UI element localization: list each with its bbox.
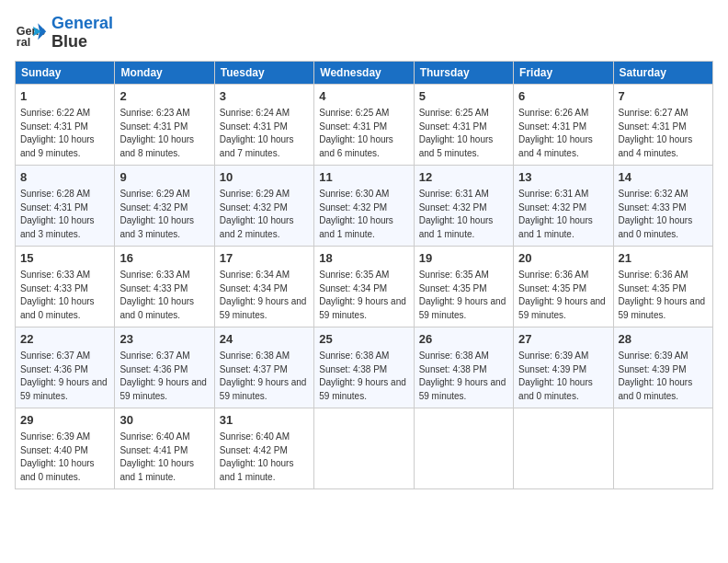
day-info: Sunrise: 6:39 AMSunset: 4:40 PMDaylight:…: [20, 431, 95, 482]
day-number: 6: [518, 88, 608, 105]
calendar-cell: 5 Sunrise: 6:25 AMSunset: 4:31 PMDayligh…: [414, 84, 513, 165]
day-number: 28: [619, 331, 708, 348]
day-number: 21: [619, 250, 708, 267]
logo-text: GeneralBlue: [51, 15, 113, 52]
day-info: Sunrise: 6:30 AMSunset: 4:32 PMDaylight:…: [319, 189, 393, 239]
day-number: 31: [220, 412, 309, 429]
calendar-cell: 11 Sunrise: 6:30 AMSunset: 4:32 PMDaylig…: [314, 165, 414, 246]
calendar-cell: 4 Sunrise: 6:25 AMSunset: 4:31 PMDayligh…: [314, 84, 414, 165]
day-info: Sunrise: 6:40 AMSunset: 4:41 PMDaylight:…: [119, 431, 194, 482]
day-info: Sunrise: 6:35 AMSunset: 4:35 PMDaylight:…: [419, 270, 506, 320]
day-number: 19: [419, 250, 508, 267]
weekday-header-tuesday: Tuesday: [214, 61, 313, 84]
calendar-cell: [414, 408, 513, 488]
day-info: Sunrise: 6:36 AMSunset: 4:35 PMDaylight:…: [619, 270, 706, 320]
weekday-header-friday: Friday: [514, 61, 613, 84]
page-header: Gene ral GeneralBlue: [15, 15, 713, 52]
day-number: 27: [518, 331, 608, 348]
calendar-cell: 29 Sunrise: 6:39 AMSunset: 4:40 PMDaylig…: [16, 408, 115, 488]
day-number: 8: [20, 169, 109, 186]
day-info: Sunrise: 6:38 AMSunset: 4:38 PMDaylight:…: [419, 350, 506, 401]
day-number: 9: [119, 169, 209, 186]
day-number: 25: [319, 331, 408, 348]
calendar-cell: [514, 408, 613, 488]
calendar-cell: 16 Sunrise: 6:33 AMSunset: 4:33 PMDaylig…: [115, 246, 214, 327]
day-info: Sunrise: 6:29 AMSunset: 4:32 PMDaylight:…: [220, 189, 294, 239]
day-info: Sunrise: 6:24 AMSunset: 4:31 PMDaylight:…: [220, 108, 294, 158]
day-number: 23: [119, 331, 209, 348]
day-info: Sunrise: 6:35 AMSunset: 4:34 PMDaylight:…: [319, 270, 406, 320]
day-number: 18: [319, 250, 408, 267]
calendar-cell: 26 Sunrise: 6:38 AMSunset: 4:38 PMDaylig…: [414, 327, 513, 408]
day-info: Sunrise: 6:37 AMSunset: 4:36 PMDaylight:…: [119, 350, 207, 401]
day-info: Sunrise: 6:33 AMSunset: 4:33 PMDaylight:…: [20, 270, 95, 320]
calendar-cell: 13 Sunrise: 6:31 AMSunset: 4:32 PMDaylig…: [514, 165, 613, 246]
day-info: Sunrise: 6:34 AMSunset: 4:34 PMDaylight:…: [220, 270, 307, 320]
day-info: Sunrise: 6:38 AMSunset: 4:37 PMDaylight:…: [220, 350, 307, 401]
day-number: 4: [319, 88, 408, 105]
day-number: 10: [220, 169, 309, 186]
week-row-5: 29 Sunrise: 6:39 AMSunset: 4:40 PMDaylig…: [16, 408, 713, 488]
logo-icon: Gene ral: [15, 17, 48, 50]
day-info: Sunrise: 6:31 AMSunset: 4:32 PMDaylight:…: [419, 189, 494, 239]
calendar-cell: 22 Sunrise: 6:37 AMSunset: 4:36 PMDaylig…: [16, 327, 115, 408]
calendar-cell: 7 Sunrise: 6:27 AMSunset: 4:31 PMDayligh…: [613, 84, 712, 165]
day-info: Sunrise: 6:29 AMSunset: 4:32 PMDaylight:…: [119, 189, 194, 239]
week-row-4: 22 Sunrise: 6:37 AMSunset: 4:36 PMDaylig…: [16, 327, 713, 408]
calendar-cell: 2 Sunrise: 6:23 AMSunset: 4:31 PMDayligh…: [115, 84, 214, 165]
weekday-header-thursday: Thursday: [414, 61, 513, 84]
calendar-cell: 3 Sunrise: 6:24 AMSunset: 4:31 PMDayligh…: [214, 84, 313, 165]
day-info: Sunrise: 6:25 AMSunset: 4:31 PMDaylight:…: [319, 108, 393, 158]
day-info: Sunrise: 6:27 AMSunset: 4:31 PMDaylight:…: [619, 108, 693, 158]
calendar-cell: 31 Sunrise: 6:40 AMSunset: 4:42 PMDaylig…: [214, 408, 313, 488]
day-info: Sunrise: 6:36 AMSunset: 4:35 PMDaylight:…: [518, 270, 606, 320]
week-row-2: 8 Sunrise: 6:28 AMSunset: 4:31 PMDayligh…: [16, 165, 713, 246]
weekday-header-monday: Monday: [115, 61, 214, 84]
week-row-1: 1 Sunrise: 6:22 AMSunset: 4:31 PMDayligh…: [16, 84, 713, 165]
calendar-cell: 28 Sunrise: 6:39 AMSunset: 4:39 PMDaylig…: [613, 327, 712, 408]
day-info: Sunrise: 6:25 AMSunset: 4:31 PMDaylight:…: [419, 108, 494, 158]
day-number: 7: [619, 88, 708, 105]
day-number: 13: [518, 169, 608, 186]
calendar-cell: 20 Sunrise: 6:36 AMSunset: 4:35 PMDaylig…: [514, 246, 613, 327]
day-info: Sunrise: 6:26 AMSunset: 4:31 PMDaylight:…: [518, 108, 593, 158]
calendar-cell: 15 Sunrise: 6:33 AMSunset: 4:33 PMDaylig…: [16, 246, 115, 327]
calendar-cell: 24 Sunrise: 6:38 AMSunset: 4:37 PMDaylig…: [214, 327, 313, 408]
day-number: 20: [518, 250, 608, 267]
calendar-cell: 8 Sunrise: 6:28 AMSunset: 4:31 PMDayligh…: [16, 165, 115, 246]
day-number: 15: [20, 250, 109, 267]
calendar-cell: 27 Sunrise: 6:39 AMSunset: 4:39 PMDaylig…: [514, 327, 613, 408]
calendar-cell: [613, 408, 712, 488]
weekday-header-saturday: Saturday: [613, 61, 712, 84]
weekday-header-sunday: Sunday: [16, 61, 115, 84]
calendar-cell: 12 Sunrise: 6:31 AMSunset: 4:32 PMDaylig…: [414, 165, 513, 246]
calendar-cell: 10 Sunrise: 6:29 AMSunset: 4:32 PMDaylig…: [214, 165, 313, 246]
week-row-3: 15 Sunrise: 6:33 AMSunset: 4:33 PMDaylig…: [16, 246, 713, 327]
day-number: 22: [20, 331, 109, 348]
day-number: 30: [119, 412, 209, 429]
calendar-cell: 14 Sunrise: 6:32 AMSunset: 4:33 PMDaylig…: [613, 165, 712, 246]
day-info: Sunrise: 6:33 AMSunset: 4:33 PMDaylight:…: [119, 270, 194, 320]
calendar-cell: 23 Sunrise: 6:37 AMSunset: 4:36 PMDaylig…: [115, 327, 214, 408]
calendar-cell: 19 Sunrise: 6:35 AMSunset: 4:35 PMDaylig…: [414, 246, 513, 327]
day-number: 29: [20, 412, 109, 429]
day-info: Sunrise: 6:37 AMSunset: 4:36 PMDaylight:…: [20, 350, 108, 401]
day-number: 1: [20, 88, 109, 105]
day-info: Sunrise: 6:28 AMSunset: 4:31 PMDaylight:…: [20, 189, 95, 239]
day-number: 14: [619, 169, 708, 186]
calendar-table: SundayMondayTuesdayWednesdayThursdayFrid…: [15, 61, 713, 489]
calendar-cell: 9 Sunrise: 6:29 AMSunset: 4:32 PMDayligh…: [115, 165, 214, 246]
calendar-cell: 30 Sunrise: 6:40 AMSunset: 4:41 PMDaylig…: [115, 408, 214, 488]
day-info: Sunrise: 6:31 AMSunset: 4:32 PMDaylight:…: [518, 189, 593, 239]
day-number: 26: [419, 331, 508, 348]
day-info: Sunrise: 6:38 AMSunset: 4:38 PMDaylight:…: [319, 350, 406, 401]
weekday-header-row: SundayMondayTuesdayWednesdayThursdayFrid…: [16, 61, 713, 84]
calendar-cell: 1 Sunrise: 6:22 AMSunset: 4:31 PMDayligh…: [16, 84, 115, 165]
calendar-cell: [314, 408, 414, 488]
calendar-cell: 17 Sunrise: 6:34 AMSunset: 4:34 PMDaylig…: [214, 246, 313, 327]
day-number: 24: [220, 331, 309, 348]
day-info: Sunrise: 6:23 AMSunset: 4:31 PMDaylight:…: [119, 108, 194, 158]
day-number: 16: [119, 250, 209, 267]
calendar-cell: 21 Sunrise: 6:36 AMSunset: 4:35 PMDaylig…: [613, 246, 712, 327]
weekday-header-wednesday: Wednesday: [314, 61, 414, 84]
